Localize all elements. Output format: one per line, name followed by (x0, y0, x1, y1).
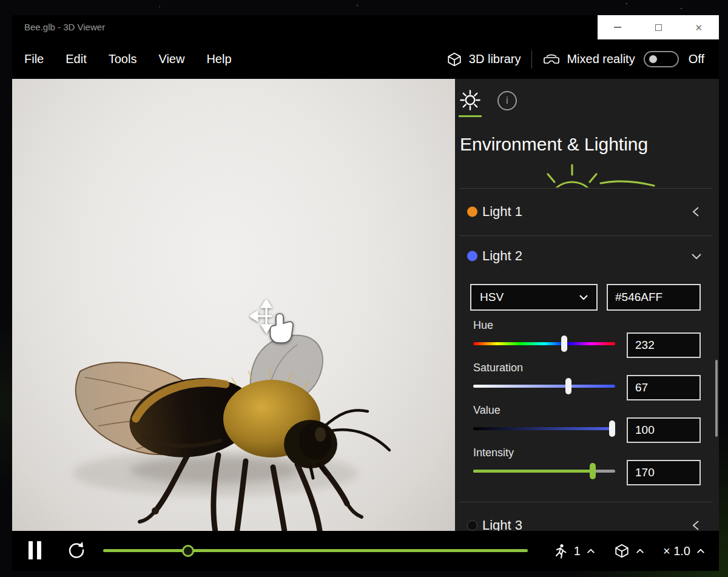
tab-lighting[interactable] (459, 89, 482, 114)
hex-color-input[interactable]: #546AFF (607, 284, 701, 311)
light1-color-dot (467, 207, 477, 217)
intensity-value: 170 (635, 466, 655, 479)
tab-info[interactable]: i (497, 91, 517, 110)
mixed-reality-state: Off (689, 52, 704, 66)
panel-scrollbar[interactable] (715, 360, 718, 437)
light1-header[interactable]: Light 1 (455, 189, 719, 235)
chevron-down-icon (690, 249, 703, 263)
model-viewport[interactable] (12, 79, 455, 531)
desktop-star (357, 5, 358, 6)
speed-selector[interactable]: × 1.0 (663, 544, 706, 558)
chevron-up-icon (696, 548, 706, 555)
intensity-label: Intensity (473, 447, 514, 459)
menubar-right: 3D library Mixed reality Off (447, 39, 704, 79)
caption-buttons: ✕ (598, 15, 719, 39)
menubar-separator (531, 50, 532, 69)
3d-library-button[interactable]: 3D library (447, 52, 521, 67)
model-cube-icon (614, 543, 630, 559)
sun-illustration (521, 157, 660, 187)
titlebar[interactable]: Bee.glb - 3D Viewer ✕ (12, 15, 719, 39)
timeline-slider[interactable] (103, 549, 528, 552)
menu-tools[interactable]: Tools (109, 52, 137, 66)
model-selector[interactable] (614, 543, 645, 559)
menu-help[interactable]: Help (206, 52, 231, 66)
pause-button[interactable] (29, 541, 42, 559)
hex-color-value: #546AFF (608, 291, 662, 304)
color-mode-dropdown[interactable]: HSV (470, 284, 598, 311)
intensity-fill (473, 470, 593, 473)
menubar: File Edit Tools View Help 3D library Mix… (12, 39, 719, 79)
desktop-star (159, 6, 160, 7)
mixed-reality-label: Mixed reality (567, 52, 635, 66)
minimize-button[interactable] (598, 15, 638, 39)
close-button[interactable]: ✕ (678, 15, 719, 39)
menu-file[interactable]: File (24, 52, 44, 66)
hue-value: 232 (635, 339, 655, 352)
hue-value-input[interactable]: 232 (627, 332, 701, 358)
pause-icon (29, 541, 33, 559)
intensity-slider-thumb[interactable] (590, 463, 596, 479)
saturation-value-input[interactable]: 67 (627, 375, 701, 400)
sun-icon (459, 89, 482, 112)
value-value-input[interactable]: 100 (627, 417, 701, 443)
app-window: Bee.glb - 3D Viewer ✕ File Edit Tools Vi… (12, 15, 719, 571)
menu-items: File Edit Tools View Help (24, 39, 232, 79)
mixed-reality-toggle[interactable] (644, 51, 679, 67)
saturation-slider[interactable] (473, 385, 615, 388)
desktop-star (626, 3, 627, 4)
animation-icon (551, 542, 568, 559)
chevron-left-icon (690, 519, 703, 531)
loop-button[interactable] (67, 540, 86, 562)
speed-value: × 1.0 (663, 544, 690, 558)
playback-controls: 1 × 1.0 (551, 531, 706, 571)
pan-cursor-icon (250, 300, 298, 352)
value-label: Value (473, 404, 500, 417)
environment-lighting-panel: i Environment & Lighting Light 1 (455, 79, 719, 531)
panel-title: Environment & Lighting (460, 131, 648, 158)
chevron-down-icon (578, 294, 589, 301)
light3-color-dot (467, 521, 477, 531)
saturation-slider-thumb[interactable] (565, 378, 571, 394)
light2-header[interactable]: Light 2 (455, 236, 719, 276)
timeline-thumb[interactable] (182, 545, 194, 557)
chevron-up-icon (635, 548, 645, 555)
light2-color-dot (467, 251, 477, 262)
toggle-thumb (649, 55, 657, 63)
light3-label: Light 3 (482, 518, 522, 531)
value-value: 100 (635, 423, 655, 437)
intensity-slider[interactable] (473, 470, 615, 473)
maximize-icon (655, 24, 662, 31)
intensity-value-input[interactable]: 170 (627, 460, 701, 485)
3d-library-label: 3D library (469, 52, 521, 66)
saturation-label: Saturation (473, 362, 523, 374)
menu-view[interactable]: View (158, 52, 184, 66)
saturation-value: 67 (635, 381, 648, 394)
light1-label: Light 1 (482, 204, 522, 220)
desktop-star (681, 8, 682, 9)
window-title: Bee.glb - 3D Viewer (24, 15, 105, 39)
bee-model-render (12, 79, 455, 531)
mixed-reality-button[interactable]: Mixed reality (543, 51, 635, 68)
loop-icon (67, 540, 86, 559)
active-tab-underline (459, 115, 482, 117)
minimize-icon (614, 27, 621, 28)
cube-icon (447, 52, 462, 67)
color-mode-value: HSV (471, 291, 504, 304)
maximize-button[interactable] (638, 15, 679, 39)
light3-header[interactable]: Light 3 (455, 502, 719, 531)
animation-selector[interactable]: 1 (551, 542, 596, 559)
chevron-left-icon (690, 205, 703, 218)
value-slider-thumb[interactable] (609, 420, 615, 437)
chevron-up-icon (586, 548, 596, 555)
hue-slider[interactable] (473, 342, 615, 345)
light2-label: Light 2 (482, 248, 522, 264)
menu-edit[interactable]: Edit (66, 52, 86, 66)
close-icon: ✕ (695, 23, 703, 32)
playback-bar: 1 × 1.0 (12, 531, 719, 571)
info-icon: i (506, 95, 508, 107)
hue-label: Hue (473, 319, 493, 332)
mixed-reality-icon (543, 51, 560, 68)
hue-slider-thumb[interactable] (561, 336, 567, 352)
value-slider[interactable] (473, 427, 615, 430)
animation-count: 1 (574, 544, 581, 558)
